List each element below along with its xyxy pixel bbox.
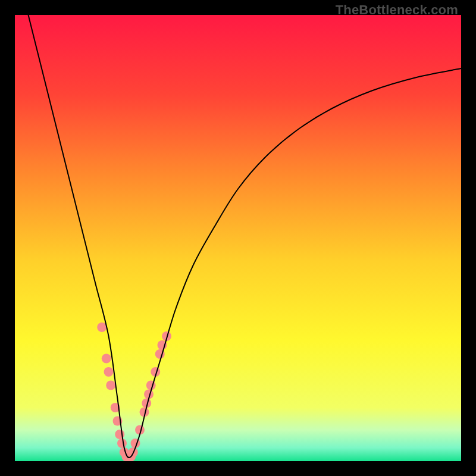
- curve-layer: [15, 15, 461, 461]
- marker-point: [97, 322, 107, 332]
- bottleneck-curve: [29, 15, 462, 458]
- marker-point: [106, 381, 115, 390]
- watermark-text: TheBottleneck.com: [336, 2, 458, 18]
- chart-stage: TheBottleneck.com: [0, 0, 476, 476]
- plot-area: [15, 15, 461, 461]
- marker-point: [117, 439, 127, 448]
- markers-group: [97, 322, 171, 461]
- marker-point: [146, 381, 156, 390]
- marker-point: [102, 354, 111, 364]
- marker-point: [104, 367, 114, 377]
